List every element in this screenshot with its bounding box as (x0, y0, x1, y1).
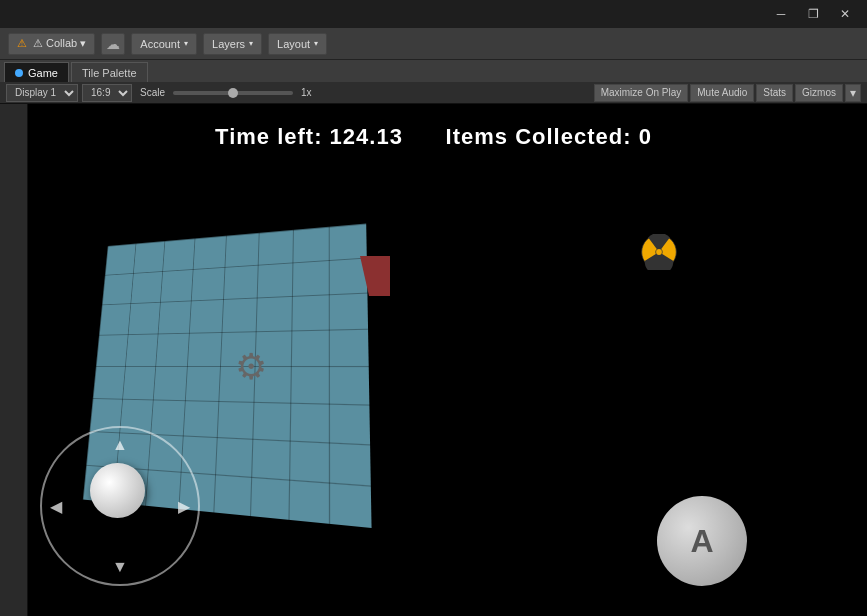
svg-point-2 (656, 249, 662, 255)
maximize-on-play-button[interactable]: Maximize On Play (594, 84, 689, 102)
time-display: Time left: 124.13 (215, 124, 403, 149)
title-bar: ─ ❐ ✕ (0, 0, 867, 28)
scale-label: Scale (140, 87, 165, 98)
layout-label: Layout (277, 38, 310, 50)
cloud-button[interactable]: ☁ (101, 33, 125, 55)
mute-audio-button[interactable]: Mute Audio (690, 84, 754, 102)
main-toolbar: ⚠ ⚠ Collab ▾ ☁ Account ▾ Layers ▾ Layout… (0, 28, 867, 60)
left-panel (0, 104, 28, 616)
game-viewport: Time left: 124.13 Items Collected: 0 ⚙ ◀ (0, 104, 867, 616)
scale-thumb (228, 88, 238, 98)
layout-button[interactable]: Layout ▾ (268, 33, 327, 55)
cloud-icon: ☁ (106, 36, 120, 52)
account-dropdown-arrow: ▾ (184, 39, 188, 48)
scale-track[interactable] (173, 91, 293, 95)
a-button-label: A (690, 523, 713, 560)
tab-game-dot (15, 69, 23, 77)
right-toolbar-buttons: Maximize On Play Mute Audio Stats Gizmos… (594, 84, 861, 102)
collab-button[interactable]: ⚠ ⚠ Collab ▾ (8, 33, 95, 55)
joystick-control[interactable]: ◀ ▶ ▲ ▼ (40, 426, 200, 586)
close-button[interactable]: ✕ (831, 4, 859, 24)
tab-bar: Game Tile Palette (0, 60, 867, 82)
joystick-up-arrow: ▲ (112, 436, 128, 454)
collab-label: ⚠ Collab ▾ (33, 37, 86, 50)
joystick-down-arrow: ▼ (112, 558, 128, 576)
scale-value: 1x (301, 87, 312, 98)
account-label: Account (140, 38, 180, 50)
a-button[interactable]: A (657, 496, 747, 586)
items-display: Items Collected: 0 (446, 124, 652, 149)
layout-dropdown-arrow: ▾ (314, 39, 318, 48)
layers-label: Layers (212, 38, 245, 50)
restore-button[interactable]: ❐ (799, 4, 827, 24)
stats-button[interactable]: Stats (756, 84, 793, 102)
hud-display: Time left: 124.13 Items Collected: 0 (0, 124, 867, 150)
tab-game[interactable]: Game (4, 62, 69, 82)
tab-game-label: Game (28, 67, 58, 79)
radioactive-icon (641, 234, 677, 270)
layers-button[interactable]: Layers ▾ (203, 33, 262, 55)
tab-tile-palette[interactable]: Tile Palette (71, 62, 148, 82)
aspect-select[interactable]: 16:9 (82, 84, 132, 102)
account-button[interactable]: Account ▾ (131, 33, 197, 55)
joystick-knob[interactable] (90, 463, 145, 518)
layers-dropdown-arrow: ▾ (249, 39, 253, 48)
display-select[interactable]: Display 1 (6, 84, 78, 102)
game-toolbar: Display 1 16:9 Scale 1x Maximize On Play… (0, 82, 867, 104)
joystick-left-arrow: ◀ (50, 497, 62, 516)
gizmos-dropdown-button[interactable]: ▾ (845, 84, 861, 102)
minimize-button[interactable]: ─ (767, 4, 795, 24)
gear-icon: ⚙ (235, 346, 275, 386)
collab-warning-icon: ⚠ (17, 37, 27, 50)
joystick-right-arrow: ▶ (178, 497, 190, 516)
tab-tile-palette-label: Tile Palette (82, 67, 137, 79)
gizmos-button[interactable]: Gizmos (795, 84, 843, 102)
